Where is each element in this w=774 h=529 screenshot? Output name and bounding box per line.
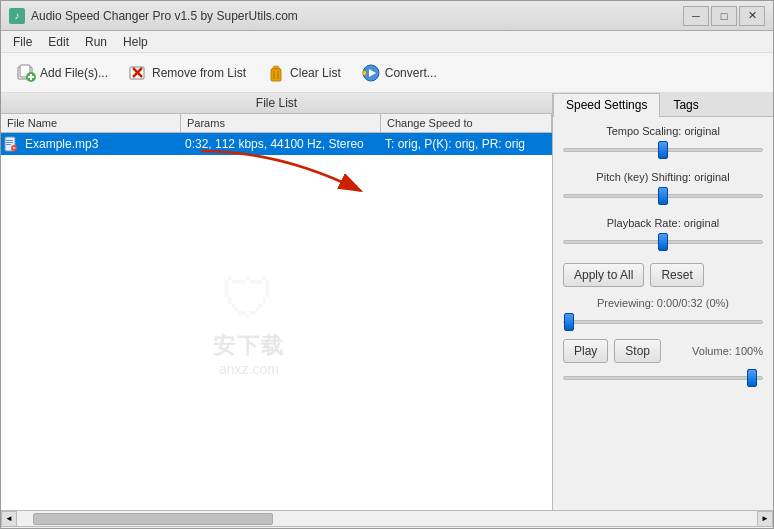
volume-slider-group [563,369,763,387]
apply-to-all-button[interactable]: Apply to All [563,263,644,287]
toolbar: Add File(s)... Remove from List Clear Li… [1,53,773,93]
svg-rect-16 [6,142,13,143]
file-type-icon [1,133,21,155]
watermark-subtext: anxz.com [213,361,285,377]
right-panel: Speed Settings Tags Tempo Scaling: origi… [553,93,773,510]
table-row[interactable]: Example.mp3 0:32, 112 kbps, 44100 Hz, St… [1,133,552,155]
file-list-body: Example.mp3 0:32, 112 kbps, 44100 Hz, St… [1,133,552,510]
pitch-slider-group: Pitch (key) Shifting: original [563,171,763,205]
watermark: 🛡 安下载 anxz.com [213,267,285,377]
play-stop-row: Play Stop Volume: 100% [563,339,763,363]
window-controls: ─ □ ✕ [683,6,765,26]
file-params: 0:32, 112 kbps, 44100 Hz, Stereo [181,135,381,153]
volume-slider-track[interactable] [563,369,763,387]
preview-slider-group [563,313,763,331]
remove-button[interactable]: Remove from List [119,58,255,88]
scroll-right-button[interactable]: ► [757,511,773,527]
add-files-icon [16,63,36,83]
preview-slider-bg [563,320,763,324]
main-area: File List File Name Params Change Speed … [1,93,773,510]
scroll-left-button[interactable]: ◄ [1,511,17,527]
col-header-params: Params [181,114,381,132]
apply-reset-row: Apply to All Reset [563,263,763,287]
file-list-header: File List [1,93,552,114]
playback-slider-track[interactable] [563,233,763,251]
pitch-slider-thumb[interactable] [658,187,668,205]
close-button[interactable]: ✕ [739,6,765,26]
scroll-thumb[interactable] [33,513,273,525]
col-header-filename: File Name [1,114,181,132]
convert-button[interactable]: Convert... [352,58,446,88]
file-list-panel: File List File Name Params Change Speed … [1,93,553,510]
right-tabs: Speed Settings Tags [553,93,773,117]
menu-run[interactable]: Run [77,33,115,51]
horizontal-scrollbar: ◄ ► [1,510,773,526]
menu-file[interactable]: File [5,33,40,51]
svg-rect-13 [363,71,366,75]
pitch-label: Pitch (key) Shifting: original [563,171,763,183]
pitch-slider-bg [563,194,763,198]
speed-settings-content: Tempo Scaling: original Pitch (key) Shif… [553,117,773,510]
clear-label: Clear List [290,66,341,80]
add-files-button[interactable]: Add File(s)... [7,58,117,88]
preview-label: Previewing: 0:00/0:32 (0%) [563,297,763,309]
tempo-label: Tempo Scaling: original [563,125,763,137]
volume-slider-thumb[interactable] [747,369,757,387]
minimize-button[interactable]: ─ [683,6,709,26]
playback-slider-bg [563,240,763,244]
watermark-text: 安下载 [213,331,285,361]
convert-icon [361,63,381,83]
menu-bar: File Edit Run Help [1,31,773,53]
volume-label: Volume: 100% [667,345,763,357]
menu-help[interactable]: Help [115,33,156,51]
file-list-columns: File Name Params Change Speed to [1,114,552,133]
playback-slider-thumb[interactable] [658,233,668,251]
clear-button[interactable]: Clear List [257,58,350,88]
add-files-label: Add File(s)... [40,66,108,80]
tempo-slider-bg [563,148,763,152]
window-title: Audio Speed Changer Pro v1.5 by SuperUti… [31,9,683,23]
play-button[interactable]: Play [563,339,608,363]
tempo-slider-track[interactable] [563,141,763,159]
svg-rect-15 [6,140,13,141]
menu-edit[interactable]: Edit [40,33,77,51]
remove-label: Remove from List [152,66,246,80]
stop-button[interactable]: Stop [614,339,661,363]
tempo-slider-group: Tempo Scaling: original [563,125,763,159]
playback-slider-group: Playback Rate: original [563,217,763,251]
app-icon: ♪ [9,8,25,24]
svg-rect-17 [6,144,11,145]
tab-speed-settings[interactable]: Speed Settings [553,93,660,117]
reset-button[interactable]: Reset [650,263,703,287]
file-change: T: orig, P(K): orig, PR: orig [381,135,552,153]
title-bar: ♪ Audio Speed Changer Pro v1.5 by SuperU… [1,1,773,31]
preview-slider-thumb[interactable] [564,313,574,331]
file-name: Example.mp3 [21,135,181,153]
remove-icon [128,63,148,83]
tempo-slider-thumb[interactable] [658,141,668,159]
restore-button[interactable]: □ [711,6,737,26]
col-header-change: Change Speed to [381,114,552,132]
tab-tags[interactable]: Tags [660,93,711,116]
playback-label: Playback Rate: original [563,217,763,229]
pitch-slider-track[interactable] [563,187,763,205]
convert-label: Convert... [385,66,437,80]
clear-icon [266,63,286,83]
svg-rect-8 [271,69,281,81]
preview-slider-track[interactable] [563,313,763,331]
volume-slider-bg [563,376,763,380]
